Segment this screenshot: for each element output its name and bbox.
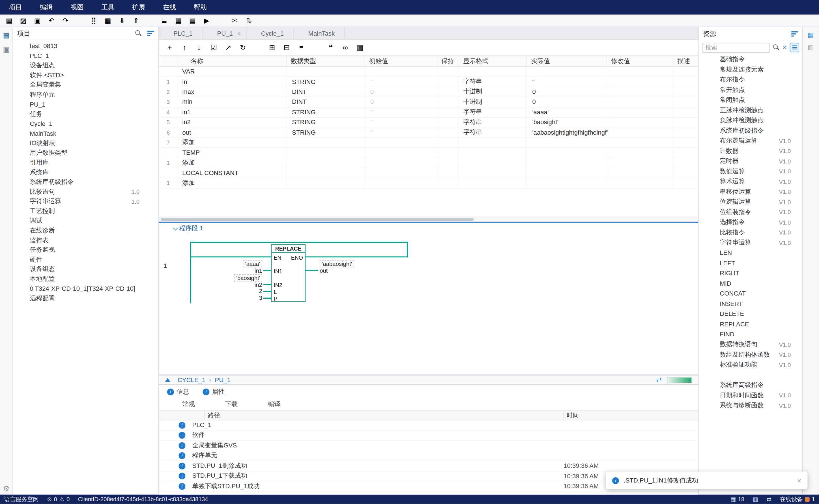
datatype-cell[interactable]	[287, 178, 365, 188]
document-tab[interactable]: Cycle_1	[246, 27, 294, 39]
initvalue-cell[interactable]: ''	[365, 107, 437, 117]
tree-item[interactable]: 字符串运算 1.0	[13, 197, 158, 206]
resource-row[interactable]: 常开触点	[699, 85, 802, 95]
name-cell[interactable]: 添加	[178, 158, 287, 168]
datatype-cell[interactable]	[287, 67, 365, 76]
tree-item[interactable]: 设备组态	[13, 61, 158, 70]
name-cell[interactable]: in	[178, 77, 287, 87]
menu-item[interactable]: 编辑	[31, 0, 62, 15]
toolbar-icon[interactable]: ▶	[199, 15, 214, 26]
resource-row[interactable]: 系统库高级指令	[699, 380, 802, 390]
resource-row[interactable]: 常规及连接元素	[699, 64, 802, 75]
resource-row[interactable]: CONCAT	[699, 288, 802, 299]
actualvalue-cell[interactable]: ''	[527, 77, 607, 87]
col-name[interactable]: 名称	[178, 56, 287, 66]
log-expander-icon[interactable]	[185, 452, 192, 459]
description-cell[interactable]	[673, 168, 698, 178]
breadcrumb-task[interactable]: CYCLE_1	[178, 376, 206, 384]
format-cell[interactable]: 十进制	[459, 87, 527, 97]
collapse-up-icon[interactable]	[165, 378, 170, 382]
expander-icon[interactable]	[13, 52, 20, 59]
name-cell[interactable]: in1	[178, 107, 287, 117]
resource-expander-icon[interactable]	[703, 97, 710, 104]
resource-expander-icon[interactable]	[703, 402, 710, 409]
resource-expander-icon[interactable]	[703, 137, 710, 144]
tree-item[interactable]: PLC_1	[13, 51, 158, 61]
tree-item[interactable]: PU_1	[13, 100, 158, 109]
resource-row[interactable]: FIND	[699, 329, 802, 339]
document-tab[interactable]: PLC_1	[159, 27, 203, 39]
toolbar-icon[interactable]	[143, 15, 157, 26]
editor-toolbar-icon[interactable]	[368, 41, 381, 54]
editor-toolbar-icon[interactable]: ☑	[207, 41, 220, 54]
tab-close-icon[interactable]: ×	[237, 29, 241, 37]
menu-item[interactable]: 在线	[154, 0, 185, 15]
resource-row[interactable]: DELETE	[699, 309, 802, 319]
datatype-cell[interactable]	[287, 138, 365, 147]
log-expander-icon[interactable]	[185, 422, 192, 428]
pin-panel-icon[interactable]: ▥	[808, 44, 814, 51]
variable-row[interactable]: LOCAL CONSTANT	[159, 168, 698, 178]
toolbar-icon[interactable]: ✂	[228, 15, 242, 26]
variable-row[interactable]: 1 in STRING '' 字符串 ''	[159, 77, 698, 87]
initvalue-cell[interactable]	[365, 178, 437, 188]
tree-item[interactable]: 设备组态	[13, 264, 158, 274]
resource-expander-icon[interactable]	[703, 209, 710, 216]
format-cell[interactable]	[459, 178, 527, 188]
actualvalue-cell[interactable]	[527, 168, 607, 178]
resource-row[interactable]: 布尔逻辑运算 V1.0	[699, 136, 802, 146]
tree-item[interactable]: 全局变量集	[13, 80, 158, 90]
editor-toolbar-icon[interactable]: ↓	[192, 41, 206, 54]
modifyvalue-cell[interactable]	[607, 107, 673, 117]
resource-expander-icon[interactable]	[703, 168, 710, 175]
tree-item[interactable]: MainTask	[13, 129, 158, 138]
datatype-cell[interactable]: STRING	[287, 128, 365, 137]
info-panel-tab[interactable]: i 信息	[167, 385, 189, 399]
expander-icon[interactable]	[13, 179, 20, 186]
resource-row[interactable]: 系统库初级指令	[699, 126, 802, 136]
initvalue-cell[interactable]: ''	[365, 128, 437, 137]
format-cell[interactable]: 十进制	[459, 97, 527, 107]
format-cell[interactable]: 字符串	[459, 117, 527, 127]
resource-row[interactable]: 比较指令 V1.0	[699, 227, 802, 238]
tree-item[interactable]: 本地配置	[13, 274, 158, 284]
log-row[interactable]: i STD.PU_1删除成功 10:39:36 AM	[159, 461, 698, 471]
variable-row[interactable]: 1 添加	[159, 178, 698, 188]
editor-toolbar-icon[interactable]: ∞	[338, 41, 352, 54]
tree-item[interactable]: 在线诊断	[13, 226, 158, 235]
tree-item[interactable]: 系统库	[13, 167, 158, 177]
log-row[interactable]: i 程序单元	[159, 451, 698, 461]
expander-icon[interactable]	[13, 198, 20, 205]
description-cell[interactable]	[673, 148, 698, 158]
toast-notification[interactable]: i .STD.PU_1.IN1修改值成功 ×	[606, 471, 808, 489]
resource-expander-icon[interactable]	[703, 107, 710, 114]
col-displayformat[interactable]: 显示格式	[459, 56, 527, 66]
l-operand[interactable]: 2	[159, 288, 262, 294]
resources-search-input[interactable]	[702, 42, 770, 52]
log-expander-icon[interactable]	[185, 483, 192, 490]
resource-row[interactable]: 定时器 V1.0	[699, 156, 802, 166]
table-hscrollbar[interactable]	[159, 217, 698, 221]
format-cell[interactable]	[459, 67, 527, 76]
variable-row[interactable]: VAR	[159, 67, 698, 77]
log-expander-icon[interactable]	[185, 442, 192, 449]
resource-expander-icon[interactable]	[703, 87, 710, 93]
expander-icon[interactable]	[13, 62, 20, 69]
actualvalue-cell[interactable]: 0	[527, 87, 607, 97]
resource-row[interactable]: LEN	[699, 248, 802, 258]
name-cell[interactable]: VAR	[178, 67, 287, 76]
resource-row[interactable]: MID	[699, 278, 802, 288]
toolbar-icon[interactable]: ▤	[2, 15, 16, 26]
project-explorer-icon[interactable]: ▤	[3, 31, 10, 39]
in2-operand[interactable]: in2	[159, 281, 262, 288]
resource-row[interactable]: 数据转换语句 V1.0	[699, 339, 802, 350]
network-status[interactable]: ▦ 18	[730, 496, 744, 503]
resource-expander-icon[interactable]	[703, 331, 710, 338]
expander-icon[interactable]	[13, 217, 20, 224]
description-cell[interactable]	[673, 178, 698, 188]
datatype-cell[interactable]: STRING	[287, 77, 365, 87]
editor-toolbar-icon[interactable]: ⊟	[280, 41, 294, 54]
log-row[interactable]: i 全局变量集GVS	[159, 441, 698, 451]
resource-expander-icon[interactable]	[703, 341, 710, 348]
modifyvalue-cell[interactable]	[607, 117, 673, 127]
